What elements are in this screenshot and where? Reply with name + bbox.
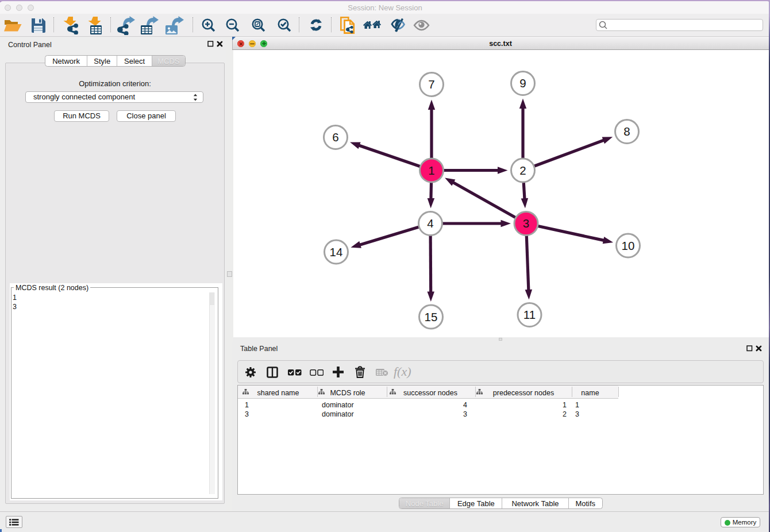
svg-text:1: 1 [428,164,434,177]
svg-text:11: 11 [523,308,536,321]
svg-text:4: 4 [427,217,433,230]
svg-text:9: 9 [519,76,526,90]
svg-text:7: 7 [428,78,434,91]
svg-text:2: 2 [519,164,526,177]
svg-text:6: 6 [332,130,338,144]
svg-text:15: 15 [425,310,438,323]
svg-text:14: 14 [330,245,343,259]
svg-text:10: 10 [622,239,635,252]
svg-text:8: 8 [623,125,630,138]
svg-text:3: 3 [523,217,529,230]
